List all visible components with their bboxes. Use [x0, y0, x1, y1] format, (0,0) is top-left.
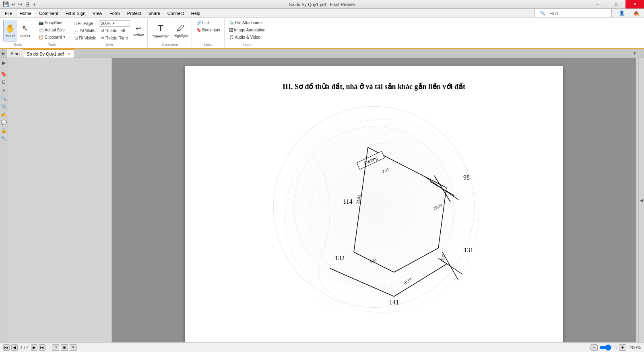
- svg-text:114: 114: [343, 198, 352, 205]
- bookmark-label: Bookmark: [202, 28, 221, 32]
- zoom-out-button[interactable]: −: [590, 344, 598, 351]
- zoom-rotate-col: 200% ▼ ↺ Rotate Left ↻ Rotate Right: [99, 20, 130, 41]
- sidebar-sign-icon[interactable]: ✍: [1, 111, 7, 118]
- quick-access-toolbar[interactable]: 💾 ↩ ↪ 🖨 ▼: [2, 1, 37, 8]
- svg-text:98: 98: [463, 174, 470, 181]
- zoom-box[interactable]: 200% ▼: [99, 20, 130, 27]
- ribbon: ✋ Hand ↖ Select Tools 📷 SnapShot ⬜ Actua…: [0, 18, 644, 49]
- menu-share[interactable]: Share: [145, 10, 163, 17]
- next-page-button[interactable]: ▶: [31, 344, 37, 351]
- view-mode-buttons: □ ▣ ≡: [52, 344, 77, 351]
- hand-tool-button[interactable]: ✋ Hand: [3, 20, 17, 41]
- sidebar-security-icon[interactable]: 🔒: [1, 127, 7, 134]
- svg-text:141: 141: [389, 299, 399, 306]
- qat-undo-icon[interactable]: ↩: [10, 1, 17, 8]
- clipboard-button[interactable]: 📋 Clipboard ▼: [37, 34, 68, 40]
- scroll-view-button[interactable]: ≡: [70, 344, 77, 351]
- ribbon-group-insert: 📎 File Attachment 🖼 Image Annotation 🎵 A…: [225, 19, 269, 48]
- two-page-view-button[interactable]: ▣: [61, 344, 68, 351]
- audio-icon: 🎵: [229, 35, 234, 39]
- sidebar-attach-icon[interactable]: 📎: [1, 103, 7, 110]
- svg-text:20,20: 20,20: [433, 203, 443, 211]
- sidebar-tool-icon[interactable]: 🔧: [1, 135, 7, 142]
- svg-line-14: [394, 264, 446, 296]
- file-attachment-button[interactable]: 📎 File Attachment: [227, 19, 268, 26]
- menu-file[interactable]: File: [2, 10, 15, 17]
- first-page-button[interactable]: ⏮: [3, 344, 10, 351]
- actual-size-button[interactable]: ⬜ Actual Size: [37, 27, 68, 33]
- zoom-in-button[interactable]: +: [619, 344, 626, 351]
- sidebar-bookmark-icon[interactable]: 🔖: [1, 71, 7, 77]
- fit-page-button[interactable]: □ Fit Page: [72, 20, 98, 27]
- sidebar-comment-icon[interactable]: 💬: [1, 119, 7, 126]
- snapshot-button[interactable]: 📷 SnapShot: [37, 19, 68, 26]
- actual-size-label: Actual Size: [45, 28, 65, 32]
- svg-text:132: 132: [335, 255, 345, 261]
- fit-width-button[interactable]: ↔ Fit Width: [72, 27, 98, 34]
- search-input[interactable]: [549, 11, 610, 16]
- fit-visible-button[interactable]: ⊡ Fit Visible: [72, 35, 98, 41]
- sidebar-search-icon[interactable]: 🔍: [1, 95, 7, 101]
- highlight-button[interactable]: 🖊 Highlight: [172, 20, 190, 41]
- reflow-icon: ↩: [136, 25, 141, 32]
- rotate-left-label: Rotate Left: [105, 29, 125, 33]
- clipboard-group-label: Tools: [37, 42, 68, 47]
- link-button[interactable]: 🔗 Link: [194, 19, 223, 26]
- menu-comment[interactable]: Comment: [36, 10, 62, 17]
- menu-protect[interactable]: Protect: [124, 10, 144, 17]
- prev-page-button[interactable]: ◀: [11, 344, 18, 351]
- fit-width-label: Fit Width: [80, 29, 95, 33]
- audio-video-button[interactable]: 🎵 Audio & Video: [227, 34, 268, 40]
- clipboard-label: Clipboard: [45, 35, 62, 39]
- tab-start[interactable]: Start: [7, 49, 23, 58]
- image-annotation-button[interactable]: 🖼 Image Annotation: [227, 27, 268, 33]
- clipboard-arrow: ▼: [63, 35, 66, 39]
- audio-video-label: Audio & Video: [235, 35, 260, 39]
- tab-close-button[interactable]: ✕: [67, 52, 70, 56]
- qat-redo-icon[interactable]: ↪: [17, 1, 23, 8]
- maximize-button[interactable]: □: [607, 0, 625, 8]
- links-group-label: Links: [194, 42, 223, 47]
- zoom-percentage: 200%: [630, 345, 641, 350]
- tab-nav-arrow[interactable]: ▶: [0, 49, 7, 58]
- comment-buttons: T Typewriter 🖊 Highlight: [150, 19, 190, 42]
- ribbon-group-clipboard: 📷 SnapShot ⬜ Actual Size 📋 Clipboard ▼ T…: [35, 19, 70, 48]
- zoom-slider[interactable]: [599, 344, 617, 351]
- link-icon: 🔗: [196, 21, 201, 25]
- app-title: So do Sy Quy1.pdf - Foxit Reader: [289, 2, 355, 7]
- right-panel-toggle[interactable]: ◀: [638, 58, 644, 342]
- menu-help[interactable]: Help: [188, 10, 204, 17]
- reflow-button[interactable]: ↩ Reflow: [131, 23, 146, 39]
- sidebar-expand-icon[interactable]: ▶: [1, 60, 7, 66]
- menu-view[interactable]: View: [89, 10, 105, 17]
- bookmark-icon: 🔖: [196, 28, 201, 32]
- search-icon: 🔍: [537, 10, 549, 17]
- qat-customize-icon[interactable]: ▼: [32, 2, 37, 7]
- search-box[interactable]: 🔍: [535, 9, 612, 17]
- single-page-view-button[interactable]: □: [52, 344, 59, 351]
- nav-panel: [8, 58, 112, 342]
- sidebar-thumbnail-icon[interactable]: 🗋: [1, 79, 7, 85]
- insert-col: 📎 File Attachment 🖼 Image Annotation 🎵 A…: [227, 19, 268, 40]
- menu-connect[interactable]: Connect: [164, 10, 187, 17]
- bookmark-button[interactable]: 🔖 Bookmark: [194, 27, 223, 33]
- sidebar-layers-icon[interactable]: ≡: [1, 87, 7, 93]
- menu-home[interactable]: Home: [16, 10, 35, 17]
- qat-print-icon[interactable]: 🖨: [24, 1, 31, 8]
- rotate-left-button[interactable]: ↺ Rotate Left: [99, 27, 130, 34]
- select-tool-button[interactable]: ↖ Select: [18, 20, 32, 41]
- select-icon: ↖: [22, 23, 29, 33]
- typewriter-button[interactable]: T Typewriter: [150, 20, 171, 41]
- hand-select-group: ✋ Hand ↖ Select: [3, 19, 32, 42]
- menu-form[interactable]: Form: [106, 10, 123, 17]
- last-page-button[interactable]: ⏭: [39, 344, 45, 351]
- qat-save-icon[interactable]: 💾: [2, 1, 10, 8]
- rotate-right-button[interactable]: ↻ Rotate Right: [99, 35, 130, 41]
- menu-fill-sign[interactable]: Fill & Sign: [62, 10, 89, 17]
- user-icon[interactable]: 👤: [616, 10, 628, 17]
- pdf-content-area[interactable]: III. Sơ đồ thửa đất, nhà ở và tài sản kh…: [112, 58, 636, 342]
- fit-col: □ Fit Page ↔ Fit Width ⊡ Fit Visible: [72, 20, 98, 41]
- tab-pdf[interactable]: So do Sy Quy1.pdf ✕: [23, 49, 74, 58]
- minimize-button[interactable]: ─: [588, 0, 607, 8]
- snapshot-icon: 📷: [39, 21, 43, 25]
